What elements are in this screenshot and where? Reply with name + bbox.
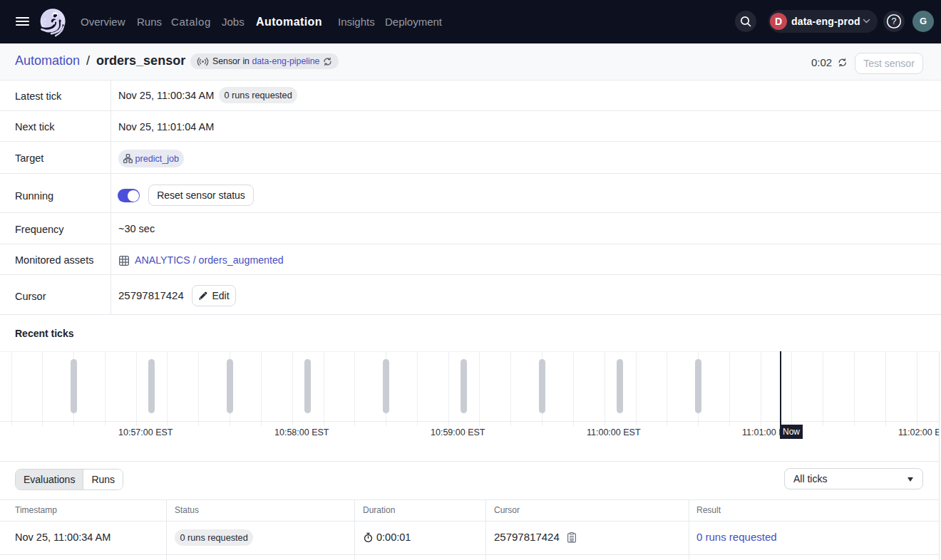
svg-text:?: ? (892, 16, 897, 26)
